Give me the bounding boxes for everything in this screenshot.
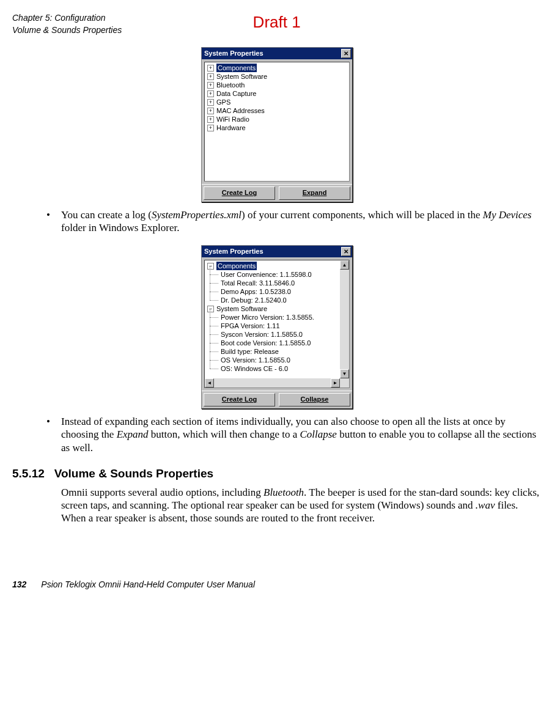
window-title: System Properties xyxy=(204,248,263,256)
expand-icon[interactable]: + xyxy=(207,108,214,114)
body-paragraph: Omnii supports several audio options, in… xyxy=(61,486,542,525)
titlebar: System Properties ✕ xyxy=(202,246,352,257)
collapse-icon[interactable]: − xyxy=(207,306,214,312)
tree-item[interactable]: OS Version: 1.1.5855.0 xyxy=(205,356,349,364)
expand-icon[interactable]: + xyxy=(207,90,214,97)
draft-watermark: Draft 1 xyxy=(122,12,432,32)
horizontal-scrollbar[interactable]: ◄ ► xyxy=(205,378,340,388)
section-number: 5.5.12 xyxy=(12,467,45,480)
tree-item[interactable]: Boot code Version: 1.1.5855.0 xyxy=(205,339,349,347)
bullet-icon: • xyxy=(46,415,61,454)
window-title: System Properties xyxy=(204,50,263,58)
bullet-paragraph: • Instead of expanding each section of i… xyxy=(46,415,542,454)
tree-item[interactable]: FPGA Version: 1.11 xyxy=(205,322,349,330)
section-heading: 5.5.12 Volume & Sounds Properties xyxy=(12,466,542,481)
vertical-scrollbar[interactable]: ▲ ▼ xyxy=(340,260,349,388)
tree-item[interactable]: Power Micro Version: 1.3.5855. xyxy=(205,313,349,322)
expand-icon[interactable]: + xyxy=(207,65,214,72)
titlebar: System Properties ✕ xyxy=(202,48,352,59)
create-log-button[interactable]: Create Log xyxy=(204,186,275,200)
page-footer: 132 Psion Teklogix Omnii Hand-Held Compu… xyxy=(12,579,542,590)
tree-item[interactable]: Hardware xyxy=(216,123,246,132)
collapse-button[interactable]: Collapse xyxy=(279,393,350,406)
tree-item-components[interactable]: Components xyxy=(216,64,257,72)
scroll-left-icon[interactable]: ◄ xyxy=(205,378,214,388)
tree-item[interactable]: MAC Addresses xyxy=(216,106,265,115)
tree-item[interactable]: Bluetooth xyxy=(216,81,245,89)
tree-view[interactable]: +Components +System Software +Bluetooth … xyxy=(204,62,350,182)
scroll-down-icon[interactable]: ▼ xyxy=(340,369,349,378)
tree-item[interactable]: Build type: Release xyxy=(205,347,349,356)
tree-item[interactable]: User Convenience: 1.1.5598.0 xyxy=(205,270,349,279)
chapter-line: Chapter 5: Configuration xyxy=(12,12,122,24)
tree-item-components[interactable]: Components xyxy=(216,262,257,270)
system-properties-dialog-expanded: System Properties ✕ −Components User Con… xyxy=(201,245,353,409)
expand-icon[interactable]: + xyxy=(207,82,214,89)
tree-item[interactable]: WiFi Radio xyxy=(216,115,249,123)
footer-title: Psion Teklogix Omnii Hand-Held Computer … xyxy=(41,579,255,590)
expand-icon[interactable]: + xyxy=(207,73,214,80)
expand-button[interactable]: Expand xyxy=(279,186,350,200)
page-number: 132 xyxy=(12,579,26,590)
tree-item-system-software[interactable]: System Software xyxy=(216,304,267,313)
section-line: Volume & Sounds Properties xyxy=(12,24,122,37)
expand-icon[interactable]: + xyxy=(207,99,214,106)
section-title: Volume & Sounds Properties xyxy=(54,467,213,480)
expand-icon[interactable]: + xyxy=(207,125,214,131)
tree-item[interactable]: OS: Windows CE - 6.0 xyxy=(205,364,349,373)
close-icon[interactable]: ✕ xyxy=(341,247,351,256)
tree-item[interactable]: Syscon Version: 1.1.5855.0 xyxy=(205,330,349,339)
expand-icon[interactable]: + xyxy=(207,116,214,123)
create-log-button[interactable]: Create Log xyxy=(204,393,275,406)
tree-view[interactable]: −Components User Convenience: 1.1.5598.0… xyxy=(204,260,350,388)
system-properties-dialog-collapsed: System Properties ✕ +Components +System … xyxy=(201,47,353,202)
tree-item[interactable]: Total Recall: 3.11.5846.0 xyxy=(205,279,349,287)
close-icon[interactable]: ✕ xyxy=(341,49,351,58)
bullet-icon: • xyxy=(46,208,61,235)
tree-item[interactable]: Dr. Debug: 2.1.5240.0 xyxy=(205,296,349,304)
scroll-up-icon[interactable]: ▲ xyxy=(340,260,349,270)
tree-item[interactable]: System Software xyxy=(216,72,267,81)
chapter-header: Chapter 5: Configuration Volume & Sounds… xyxy=(12,12,122,36)
tree-item[interactable]: Data Capture xyxy=(216,89,256,98)
tree-item[interactable]: GPS xyxy=(216,98,230,106)
scroll-right-icon[interactable]: ► xyxy=(331,378,340,388)
tree-item[interactable]: Demo Apps: 1.0.5238.0 xyxy=(205,287,349,296)
collapse-icon[interactable]: − xyxy=(207,263,214,270)
bullet-paragraph: • You can create a log (SystemProperties… xyxy=(46,208,542,235)
